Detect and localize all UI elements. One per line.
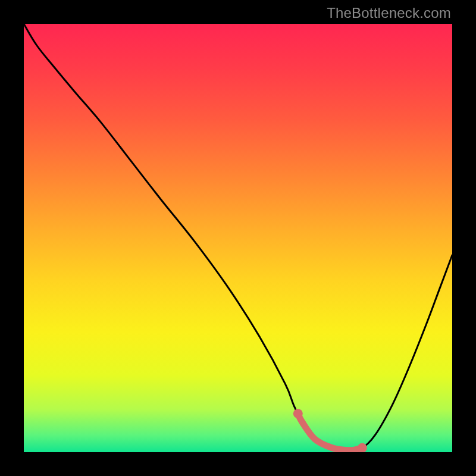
- curve-layer: [24, 24, 452, 452]
- svg-point-1: [293, 409, 303, 418]
- optimal-zone-highlight: [293, 409, 367, 452]
- chart-frame: TheBottleneck.com: [0, 0, 476, 476]
- watermark: TheBottleneck.com: [327, 5, 451, 21]
- bottleneck-curve: [24, 24, 452, 450]
- plot-area: [24, 24, 452, 452]
